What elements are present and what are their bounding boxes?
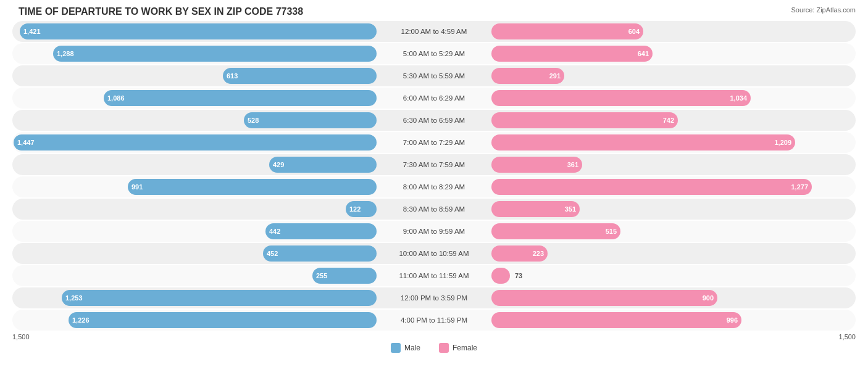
male-bar: 442 (265, 223, 377, 239)
chart-row: 1,42112:00 AM to 4:59 AM604 (12, 21, 856, 42)
time-label: 11:00 AM to 11:59 AM (377, 272, 491, 279)
chart-row: 5286:30 AM to 6:59 AM742 (12, 110, 856, 131)
right-side: 742 (491, 110, 856, 131)
chart-row: 45210:00 AM to 10:59 AM223 (12, 243, 856, 264)
chart-row: 1,0866:00 AM to 6:29 AM1,034 (12, 88, 856, 109)
time-label: 9:00 AM to 9:59 AM (377, 228, 491, 235)
right-side: 223 (491, 243, 856, 264)
female-bar-label: 742 (663, 117, 674, 124)
right-side: 515 (491, 221, 856, 242)
time-label: 5:30 AM to 5:59 AM (377, 72, 491, 80)
right-side: 641 (491, 43, 856, 64)
male-bar: 613 (223, 68, 377, 84)
right-side: 1,209 (491, 132, 856, 153)
left-axis: 1,500 (12, 332, 378, 340)
male-bar-label: 1,421 (23, 28, 41, 35)
female-bar-label: 73 (512, 272, 522, 279)
male-bar: 1,086 (104, 90, 377, 106)
time-label: 8:30 AM to 8:59 AM (377, 205, 491, 213)
female-bar-label: 1,277 (791, 183, 808, 191)
female-bar: 1,209 (491, 134, 795, 151)
male-bar: 255 (312, 268, 377, 284)
right-side: 1,034 (491, 88, 856, 109)
axis-area: 1,500 1,500 (12, 332, 856, 340)
legend: Male Female (12, 343, 856, 353)
right-side: 996 (491, 310, 856, 331)
left-side: 1,447 (12, 132, 377, 153)
male-bar-label: 1,288 (57, 50, 74, 57)
male-bar-label: 991 (131, 183, 143, 191)
x-axis-right-max: 1,500 (838, 333, 856, 340)
legend-male: Male (391, 343, 420, 353)
male-bar-label: 255 (316, 272, 327, 279)
time-label: 10:00 AM to 10:59 AM (377, 250, 491, 257)
left-side: 442 (12, 221, 377, 242)
x-axis-left-max: 1,500 (12, 333, 30, 340)
left-side: 255 (12, 265, 377, 286)
male-bar-label: 528 (248, 117, 259, 124)
male-bar: 528 (244, 112, 377, 128)
female-bar: 1,277 (491, 179, 812, 195)
male-bar-label: 1,086 (107, 94, 125, 102)
female-bar-label: 900 (703, 294, 714, 302)
chart-container: TIME OF DEPARTURE TO WORK BY SEX IN ZIP … (0, 0, 868, 367)
female-bar: 223 (491, 245, 548, 262)
female-bar: 900 (491, 290, 717, 306)
female-bar-label: 223 (533, 250, 544, 257)
male-bar: 429 (269, 157, 377, 173)
female-bar-label: 361 (567, 161, 578, 168)
female-bar: 742 (491, 112, 678, 128)
time-label: 6:30 AM to 6:59 AM (377, 117, 491, 124)
male-bar: 1,288 (53, 46, 377, 62)
male-bar-label: 1,253 (65, 294, 83, 302)
legend-female-box (439, 343, 449, 353)
right-side: 1,277 (491, 176, 856, 197)
female-bar: 361 (491, 157, 582, 173)
female-bar-label: 515 (606, 228, 617, 235)
male-bar: 991 (128, 179, 377, 195)
time-label: 4:00 PM to 11:59 PM (377, 316, 491, 324)
male-bar: 452 (263, 245, 377, 262)
female-bar: 351 (491, 201, 580, 217)
left-side: 1,226 (12, 310, 377, 331)
right-side: 351 (491, 199, 856, 220)
male-bar-label: 429 (273, 161, 284, 168)
male-bar-label: 122 (349, 205, 361, 213)
chart-row: 25511:00 AM to 11:59 AM73 (12, 265, 856, 286)
chart-row: 4429:00 AM to 9:59 AM515 (12, 221, 856, 242)
left-side: 122 (12, 199, 377, 220)
female-bar-label: 604 (628, 28, 640, 35)
female-bar-label: 641 (638, 50, 649, 57)
male-bar-label: 613 (227, 72, 238, 80)
female-bar: 73 (491, 268, 510, 284)
female-bar: 641 (491, 46, 653, 62)
female-bar: 604 (491, 23, 643, 39)
chart-title: TIME OF DEPARTURE TO WORK BY SEX IN ZIP … (12, 6, 856, 17)
male-bar: 1,253 (62, 290, 377, 306)
legend-male-label: Male (404, 344, 420, 352)
right-side: 900 (491, 287, 856, 308)
chart-row: 1,2885:00 AM to 5:29 AM641 (12, 43, 856, 64)
female-bar-label: 996 (727, 316, 738, 324)
chart-row: 4297:30 AM to 7:59 AM361 (12, 154, 856, 175)
right-side: 291 (491, 65, 856, 86)
female-bar: 996 (491, 312, 741, 328)
female-bar: 291 (491, 68, 564, 84)
left-side: 991 (12, 176, 377, 197)
right-side: 361 (491, 154, 856, 175)
chart-row: 6135:30 AM to 5:59 AM291 (12, 65, 856, 86)
legend-female: Female (439, 343, 477, 353)
female-bar-label: 1,034 (730, 94, 747, 102)
time-label: 8:00 AM to 8:29 AM (377, 183, 491, 191)
male-bar-label: 452 (267, 250, 278, 257)
female-bar: 515 (491, 223, 620, 239)
female-bar-label: 291 (549, 72, 561, 80)
time-label: 7:30 AM to 7:59 AM (377, 161, 491, 168)
right-side: 604 (491, 21, 856, 42)
left-side: 1,288 (12, 43, 377, 64)
male-bar: 1,421 (20, 23, 377, 39)
time-label: 5:00 AM to 5:29 AM (377, 50, 491, 57)
female-bar: 1,034 (491, 90, 751, 106)
chart-row: 1,25312:00 PM to 3:59 PM900 (12, 287, 856, 308)
left-side: 613 (12, 65, 377, 86)
